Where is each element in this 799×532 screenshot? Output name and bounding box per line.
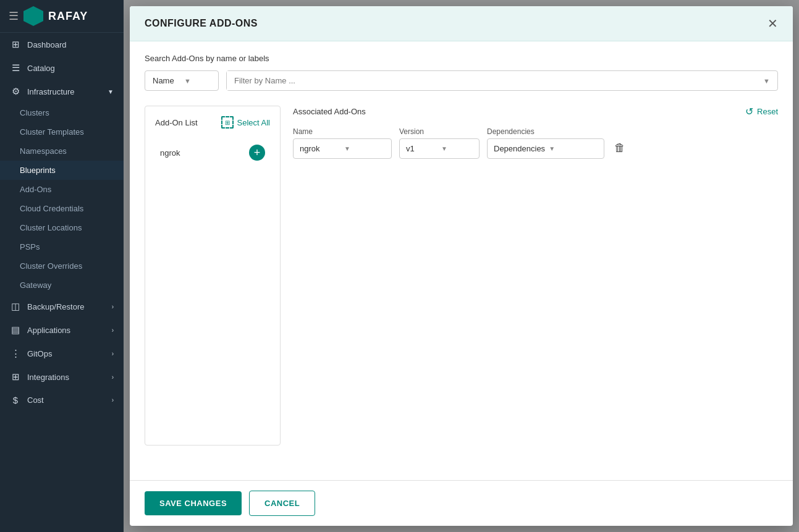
filter-input[interactable] <box>227 71 756 90</box>
addon-name-ngrok: ngrok <box>160 148 180 158</box>
sidebar-item-clusters[interactable]: Clusters <box>0 103 124 122</box>
configure-addons-dialog: CONFIGURE ADD-ONS ✕ Search Add-Ons by na… <box>130 6 793 526</box>
cost-icon: $ <box>10 395 21 405</box>
select-all-button[interactable]: ⊞ Select All <box>221 116 270 129</box>
integrations-icon: ⊞ <box>10 371 21 382</box>
sidebar-item-cluster-templates[interactable]: Cluster Templates <box>0 122 124 141</box>
delete-addon-button[interactable]: 🗑 <box>612 139 628 157</box>
dialog-footer: SAVE CHANGES CANCEL <box>130 480 793 526</box>
applications-arrow: › <box>112 327 114 334</box>
sidebar-label-infrastructure: Infrastructure <box>27 87 75 96</box>
hamburger-icon[interactable]: ☰ <box>9 9 19 23</box>
sidebar-label-integrations: Integrations <box>27 373 69 382</box>
dependencies-select[interactable]: Dependencies ▼ <box>487 138 604 159</box>
addon-name-select[interactable]: ngrok ▼ <box>293 138 392 159</box>
infrastructure-icon: ⚙ <box>10 86 21 97</box>
sidebar-item-catalog[interactable]: ☰ Catalog <box>0 56 124 80</box>
gitops-arrow: › <box>112 350 114 357</box>
applications-icon: ▤ <box>10 324 21 336</box>
catalog-icon: ☰ <box>10 62 21 74</box>
dependencies-select-value: Dependencies <box>494 144 545 153</box>
sidebar-label-backup-restore: Backup/Restore <box>27 302 85 311</box>
sidebar-label-cluster-templates: Cluster Templates <box>20 127 84 137</box>
backup-arrow: › <box>112 303 114 310</box>
integrations-arrow: › <box>112 374 114 381</box>
cost-arrow: › <box>112 397 114 403</box>
sidebar-label-gitops: GitOps <box>27 349 52 358</box>
sidebar-label-dashboard: Dashboard <box>27 40 67 49</box>
filter-type-dropdown[interactable]: Name ▼ <box>145 70 219 91</box>
sidebar-item-backup-restore[interactable]: ◫ Backup/Restore › <box>0 295 124 318</box>
dashboard-icon: ⊞ <box>10 39 21 50</box>
deps-select-chevron-icon: ▼ <box>549 145 598 152</box>
associated-addons-panel: Associated Add-Ons ↺ Reset Name ngrok <box>293 106 778 445</box>
name-select-chevron-icon: ▼ <box>344 145 385 152</box>
sidebar-label-add-ons: Add-Ons <box>20 185 51 194</box>
reset-icon: ↺ <box>745 106 753 117</box>
dialog-body: Search Add-Ons by name or labels Name ▼ … <box>130 41 793 480</box>
select-all-icon: ⊞ <box>221 116 234 129</box>
sidebar-item-cluster-locations[interactable]: Cluster Locations <box>0 218 124 237</box>
filter-chevron-icon[interactable]: ▼ <box>756 72 777 90</box>
add-addon-button[interactable]: + <box>249 145 265 161</box>
sidebar-label-gateway: Gateway <box>20 281 51 290</box>
sidebar-label-psps: PSPs <box>20 242 40 251</box>
sidebar-label-blueprints: Blueprints <box>20 166 56 175</box>
name-column-label: Name <box>293 127 392 136</box>
dialog-title: CONFIGURE ADD-ONS <box>145 18 258 29</box>
associated-addon-row: Name ngrok ▼ Version v1 ▼ <box>293 127 778 159</box>
sidebar-item-applications[interactable]: ▤ Applications › <box>0 318 124 342</box>
addon-list-header: Add-On List ⊞ Select All <box>155 116 270 129</box>
close-button[interactable]: ✕ <box>767 16 778 31</box>
sidebar-label-namespaces: Namespaces <box>20 146 67 156</box>
version-column-label: Version <box>399 127 480 136</box>
sidebar-label-cluster-locations: Cluster Locations <box>20 223 82 232</box>
main-area: CONFIGURE ADD-ONS ✕ Search Add-Ons by na… <box>124 0 799 532</box>
sidebar-item-gitops[interactable]: ⋮ GitOps › <box>0 342 124 365</box>
sidebar-item-psps[interactable]: PSPs <box>0 237 124 256</box>
gitops-icon: ⋮ <box>10 348 21 359</box>
cancel-button[interactable]: CANCEL <box>249 491 315 516</box>
sidebar-label-applications: Applications <box>27 326 70 335</box>
addon-list-title: Add-On List <box>155 118 198 127</box>
sidebar-item-dashboard[interactable]: ⊞ Dashboard <box>0 33 124 56</box>
sidebar-item-add-ons[interactable]: Add-Ons <box>0 180 124 199</box>
sidebar-item-integrations[interactable]: ⊞ Integrations › <box>0 365 124 389</box>
filter-input-wrapper: ▼ <box>226 70 778 91</box>
sidebar-item-infrastructure[interactable]: ⚙ Infrastructure ▼ <box>0 80 124 103</box>
associated-title: Associated Add-Ons <box>293 107 366 116</box>
dependencies-column-label: Dependencies <box>487 127 604 136</box>
sidebar-item-gateway[interactable]: Gateway <box>0 276 124 295</box>
search-row: Name ▼ ▼ <box>145 70 778 91</box>
version-select-chevron-icon: ▼ <box>441 145 473 152</box>
logo-text: RAFAY <box>48 10 88 23</box>
sidebar-item-cluster-overrides[interactable]: Cluster Overrides <box>0 256 124 276</box>
sidebar-label-cloud-credentials: Cloud Credentials <box>20 204 83 213</box>
list-item: ngrok + <box>155 138 270 167</box>
addon-name-select-value: ngrok <box>300 144 340 153</box>
sidebar-item-cost[interactable]: $ Cost › <box>0 389 124 412</box>
sidebar-item-cloud-credentials[interactable]: Cloud Credentials <box>0 199 124 218</box>
panels-row: Add-On List ⊞ Select All ngrok + Asso <box>145 106 778 445</box>
sidebar-label-cost: Cost <box>27 395 44 405</box>
save-changes-button[interactable]: SAVE CHANGES <box>145 491 242 515</box>
version-field-group: Version v1 ▼ <box>399 127 480 159</box>
version-select[interactable]: v1 ▼ <box>399 138 480 159</box>
sidebar-label-clusters: Clusters <box>20 108 49 117</box>
sidebar-item-namespaces[interactable]: Namespaces <box>0 141 124 161</box>
backup-icon: ◫ <box>10 301 21 312</box>
addon-list-panel: Add-On List ⊞ Select All ngrok + <box>145 106 281 445</box>
sidebar-item-blueprints[interactable]: Blueprints <box>0 161 124 180</box>
filter-type-chevron-icon: ▼ <box>184 77 211 85</box>
name-field-group: Name ngrok ▼ <box>293 127 392 159</box>
select-all-label: Select All <box>237 118 270 127</box>
dependencies-field-group: Dependencies Dependencies ▼ <box>487 127 604 159</box>
rafay-logo-icon <box>23 6 43 26</box>
search-label: Search Add-Ons by name or labels <box>145 54 778 63</box>
dialog-header: CONFIGURE ADD-ONS ✕ <box>130 6 793 41</box>
filter-type-value: Name <box>153 76 179 85</box>
sidebar-label-cluster-overrides: Cluster Overrides <box>20 261 82 271</box>
reset-label: Reset <box>757 107 778 116</box>
reset-button[interactable]: ↺ Reset <box>745 106 778 117</box>
version-select-value: v1 <box>406 144 438 153</box>
